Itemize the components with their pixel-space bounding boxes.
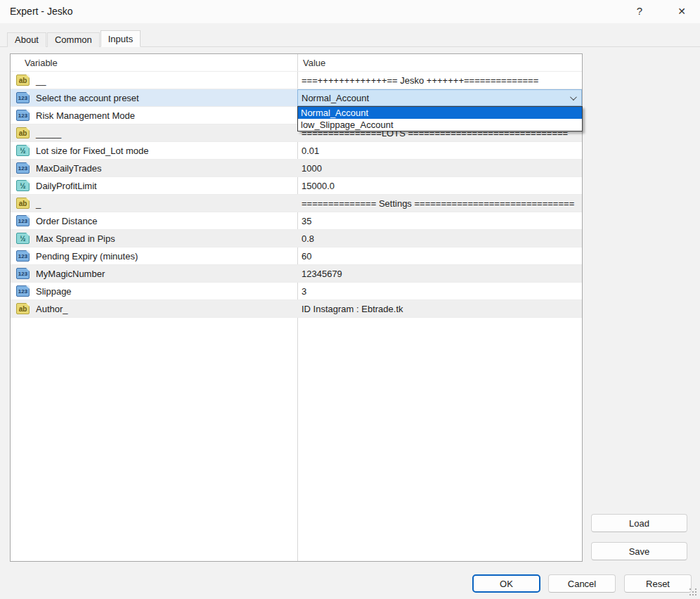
- table-row[interactable]: 123 MaxDailyTrades 1000: [11, 160, 582, 177]
- param-type-ab-icon: ab: [16, 303, 30, 314]
- parameter-name: Pending Expiry (minutes): [36, 251, 138, 262]
- param-type-half-icon: ½: [16, 145, 30, 156]
- param-type-123-icon: 123: [16, 268, 30, 279]
- param-type-ab-icon: ab: [16, 198, 30, 209]
- parameter-value[interactable]: 15000.0: [302, 181, 335, 191]
- parameter-name: __: [36, 75, 46, 86]
- account-preset-select[interactable]: Normal_Account: [297, 89, 582, 106]
- cancel-button[interactable]: Cancel: [548, 574, 616, 593]
- table-row[interactable]: ½ DailyProfitLimit 15000.0: [11, 177, 582, 195]
- table-row[interactable]: ab __ ===+++++++++++++== Jesko +++++++==…: [11, 72, 582, 89]
- parameter-name: Slippage: [36, 286, 72, 297]
- tab-about[interactable]: About: [7, 32, 46, 47]
- parameter-value[interactable]: 3: [302, 286, 306, 297]
- parameter-value[interactable]: ===+++++++++++++== Jesko +++++++========…: [302, 75, 538, 86]
- help-icon: ?: [637, 5, 642, 17]
- parameter-name: MyMagicNumber: [36, 269, 105, 279]
- parameter-value[interactable]: 0.01: [302, 146, 319, 156]
- param-type-half-icon: ½: [16, 233, 30, 244]
- dropdown-option-normal_account[interactable]: Normal_Account: [298, 107, 582, 119]
- param-type-123-icon: 123: [16, 285, 30, 297]
- parameter-name: Lot size for Fixed_Lot mode: [36, 146, 148, 156]
- parameter-value[interactable]: 60: [302, 251, 311, 262]
- parameter-name: DailyProfitLimit: [36, 181, 97, 191]
- ok-button[interactable]: OK: [472, 574, 540, 593]
- param-type-123-icon: 123: [16, 110, 30, 121]
- param-type-ab-icon: ab: [16, 127, 30, 139]
- parameter-value[interactable]: ID Instagram : Ebtrade.tk: [302, 304, 403, 314]
- resize-grip-icon[interactable]: [689, 588, 697, 596]
- title-bar: Expert - Jesko ? ✕: [0, 0, 700, 23]
- table-row[interactable]: 123 Order Distance 35: [11, 212, 582, 230]
- tab-bar: AboutCommonInputs: [7, 30, 141, 47]
- param-type-123-icon: 123: [16, 162, 30, 174]
- parameter-name: Max Spread in Pips: [36, 233, 115, 244]
- column-header-variable[interactable]: Variable: [25, 54, 58, 72]
- help-button[interactable]: ?: [624, 0, 655, 22]
- param-type-ab-icon: ab: [16, 75, 30, 86]
- parameter-value[interactable]: ============== Settings ================…: [302, 198, 574, 209]
- close-button[interactable]: ✕: [666, 0, 697, 22]
- table-row[interactable]: 123 Slippage 3: [11, 283, 582, 300]
- parameter-name: MaxDailyTrades: [36, 163, 101, 174]
- parameter-value[interactable]: 0.8: [302, 233, 314, 244]
- table-row[interactable]: ab _ ============== Settings ===========…: [11, 195, 582, 212]
- parameter-name: Select the account preset: [36, 93, 139, 103]
- dropdown-option-low_slippage_account[interactable]: low_Slippage_Account: [298, 119, 582, 131]
- table-row[interactable]: ½ Max Spread in Pips 0.8: [11, 230, 582, 247]
- chevron-down-icon: [570, 94, 577, 101]
- parameter-name: Risk Management Mode: [36, 110, 135, 121]
- table-row[interactable]: ab Author_ ID Instagram : Ebtrade.tk: [11, 300, 582, 318]
- tab-inputs[interactable]: Inputs: [101, 30, 141, 47]
- parameter-value[interactable]: 35: [302, 216, 311, 226]
- parameter-value[interactable]: 1000: [302, 163, 322, 174]
- save-button[interactable]: Save: [591, 542, 687, 560]
- parameter-name: _____: [36, 128, 61, 139]
- table-row[interactable]: 123 Pending Expiry (minutes) 60: [11, 247, 582, 265]
- parameter-name: Order Distance: [36, 216, 97, 226]
- reset-button[interactable]: Reset: [624, 574, 692, 593]
- parameter-name: Author_: [36, 304, 68, 314]
- table-row[interactable]: 123 MyMagicNumber 12345679: [11, 265, 582, 283]
- expert-properties-dialog: Expert - Jesko ? ✕ AboutCommonInputs Var…: [0, 0, 700, 599]
- table-header: Variable Value: [11, 54, 582, 72]
- column-header-value[interactable]: Value: [303, 54, 325, 72]
- load-button[interactable]: Load: [591, 514, 687, 532]
- param-type-123-icon: 123: [16, 250, 30, 262]
- param-type-123-icon: 123: [16, 92, 30, 103]
- account-preset-options-list: Normal_Accountlow_Slippage_Account: [297, 106, 583, 131]
- parameter-name: _: [36, 198, 41, 209]
- param-type-half-icon: ½: [16, 180, 30, 191]
- close-icon: ✕: [678, 6, 686, 17]
- param-type-123-icon: 123: [16, 215, 30, 226]
- tab-common[interactable]: Common: [47, 32, 100, 47]
- window-title: Expert - Jesko: [10, 0, 72, 23]
- table-row[interactable]: ½ Lot size for Fixed_Lot mode 0.01: [11, 142, 582, 160]
- account-preset-value: Normal_Account: [302, 93, 369, 103]
- parameter-value[interactable]: 12345679: [302, 269, 342, 279]
